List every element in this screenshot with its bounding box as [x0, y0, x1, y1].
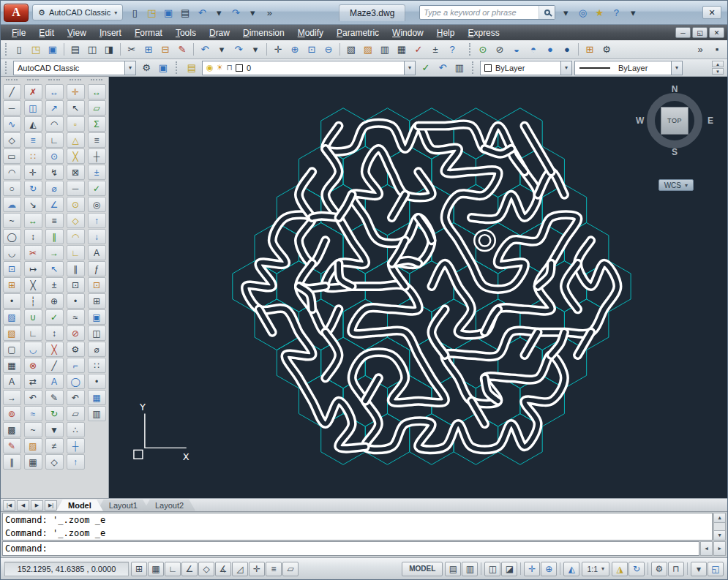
layout-tab[interactable]: Layout2 — [143, 500, 195, 511]
menu-item[interactable]: View — [61, 26, 93, 39]
make-block-icon[interactable]: ⊞ — [3, 277, 21, 293]
snap-tangent-icon[interactable]: ◠ — [67, 229, 85, 244]
mirror-icon[interactable]: ◭ — [24, 116, 42, 132]
distance-icon[interactable]: ↔ — [88, 84, 106, 99]
plot-icon[interactable]: ▤ — [67, 42, 83, 57]
toolbar-grip[interactable] — [472, 61, 476, 74]
toolbar-grip[interactable] — [70, 79, 81, 83]
dyn-toggle[interactable]: ✛ — [249, 562, 265, 576]
edit-polyline-icon[interactable]: ≈ — [24, 406, 42, 421]
trim-icon[interactable]: ✂ — [24, 245, 42, 260]
insert-block-icon[interactable]: ⊡ — [3, 261, 21, 276]
menu-item[interactable]: Insert — [93, 26, 128, 39]
list-icon[interactable]: ≡ — [88, 132, 106, 148]
ucs-face-icon[interactable]: ▱ — [67, 406, 85, 421]
scrollbar-track[interactable] — [714, 523, 725, 530]
construction-line-icon[interactable]: ─ — [3, 100, 21, 116]
viewcube-west-label[interactable]: W — [636, 116, 644, 126]
ducs-toggle[interactable]: ◿ — [232, 562, 248, 576]
layer-properties-manager-icon[interactable]: ▤ — [184, 60, 200, 75]
viewcube[interactable]: TOP N S W E — [641, 87, 708, 154]
edit-hatch-icon[interactable]: ▨ — [24, 438, 42, 453]
ellipse-icon[interactable]: ◯ — [3, 229, 21, 244]
dim-jogged-icon[interactable]: ↯ — [45, 165, 64, 180]
undo-caret-icon[interactable]: ▾ — [211, 4, 227, 20]
dwf-attach-icon[interactable]: ◫ — [88, 325, 106, 341]
layout-tab[interactable]: Layout1 — [97, 500, 149, 511]
model-space-icon[interactable]: ▤ — [445, 562, 461, 576]
menu-item[interactable]: Edit — [32, 26, 61, 39]
stretch-icon[interactable]: ↔ — [24, 213, 42, 228]
edit-spline-icon[interactable]: ~ — [24, 422, 42, 437]
model-space-canvas[interactable]: YX TOP N S W E WCS ▾ — [109, 77, 727, 498]
qp-toggle[interactable]: ▱ — [282, 562, 299, 576]
shade-2d-icon[interactable]: ◒ — [509, 42, 525, 57]
zoom-window-icon[interactable]: ⊡ — [304, 42, 320, 57]
undo-caret-icon[interactable]: ▾ — [214, 42, 230, 57]
chevron-down-icon[interactable]: ▾ — [560, 61, 571, 75]
layout-nav-button[interactable]: ▶| — [45, 500, 57, 511]
plot-icon[interactable]: ▤ — [177, 4, 193, 20]
menu-item[interactable]: Tools — [169, 26, 203, 39]
quickcalc-icon[interactable]: ± — [427, 42, 443, 57]
quickcalc-icon[interactable]: ± — [88, 165, 106, 180]
fillet-icon[interactable]: ◡ — [24, 342, 42, 357]
gradient-icon[interactable]: ▧ — [3, 325, 21, 341]
quick-dimension-icon[interactable]: ≡ — [45, 213, 64, 228]
donut-icon[interactable]: ⊚ — [3, 406, 21, 421]
viewcube-south-label[interactable]: S — [672, 147, 678, 157]
save-icon[interactable]: ▣ — [45, 42, 61, 57]
orbit-icon[interactable]: ⊙ — [475, 42, 491, 57]
hatch-icon[interactable]: ▨ — [3, 309, 21, 325]
publish-icon[interactable]: ◨ — [101, 42, 117, 57]
status-zoom-icon[interactable]: ⊕ — [541, 562, 557, 576]
qnew-icon[interactable]: ▯ — [11, 42, 27, 57]
help-icon[interactable]: ? — [444, 42, 460, 57]
snap-endpoint-icon[interactable]: ▫ — [67, 116, 85, 132]
communication-center-icon[interactable]: ◎ — [574, 4, 590, 20]
explode-icon[interactable]: ⊗ — [24, 358, 42, 373]
command-history[interactable]: Command: '_.zoom _eCommand: '_.zoom _e — [2, 513, 713, 541]
properties-icon[interactable]: ▧ — [343, 42, 359, 57]
coordinates-readout[interactable]: 152.1295, 41.6385 , 0.0000 — [4, 562, 129, 576]
revcloud-icon[interactable]: ☁ — [3, 197, 21, 212]
snap-center-icon[interactable]: ⊙ — [67, 197, 85, 212]
id-point-icon[interactable]: ┼ — [88, 148, 106, 164]
layout-nav-button[interactable]: |◀ — [3, 500, 15, 511]
spell-check-icon[interactable]: ✓ — [88, 181, 106, 196]
lwt-toggle[interactable]: ≡ — [266, 562, 282, 576]
copy-clip-icon[interactable]: ⊞ — [140, 42, 157, 57]
multiline-icon[interactable]: ∥ — [3, 454, 21, 470]
scroll-up-icon[interactable]: ▲ — [714, 513, 725, 523]
free-orbit-icon[interactable]: ⊘ — [492, 42, 508, 57]
draw-order-back-icon[interactable]: ↓ — [88, 229, 106, 244]
maze-drawing[interactable]: YX — [109, 77, 727, 498]
menu-item[interactable]: Modify — [291, 26, 330, 39]
snap-parallel-icon[interactable]: ∥ — [67, 261, 85, 276]
plot-preview-icon[interactable]: ◫ — [84, 42, 100, 57]
layer-color-swatch[interactable] — [236, 64, 243, 72]
annotation-visibility-icon[interactable]: ◮ — [612, 562, 628, 576]
dim-style-icon[interactable]: ▼ — [45, 422, 64, 437]
tool-palettes-icon[interactable]: ▥ — [377, 42, 393, 57]
snap-apparent-icon[interactable]: ⊠ — [67, 165, 85, 180]
toolbar-grip[interactable] — [6, 79, 18, 83]
status-lock-icon[interactable]: ⊓ — [668, 562, 684, 576]
toolbar-grip[interactable] — [5, 43, 9, 56]
wcs-dropdown[interactable]: WCS ▾ — [658, 179, 694, 191]
dim-arc-length-icon[interactable]: ◠ — [45, 116, 64, 132]
draw-order-front-icon[interactable]: ↑ — [88, 213, 106, 228]
ucs-world-icon[interactable]: ◯ — [67, 374, 85, 389]
toolbar-overflow-icon[interactable]: » — [692, 42, 708, 57]
bulb-icon[interactable]: ◉ — [206, 63, 214, 72]
lock-icon[interactable]: ⊓ — [226, 63, 233, 72]
ortho-toggle[interactable]: ∟ — [165, 562, 181, 576]
help-caret-icon[interactable]: ▾ — [625, 4, 641, 20]
ucs-previous-icon[interactable]: ↶ — [67, 390, 85, 405]
wipeout-icon[interactable]: ▩ — [3, 422, 21, 437]
chevron-down-icon[interactable]: ▾ — [671, 61, 682, 75]
polygon-icon[interactable]: ◇ — [3, 132, 21, 148]
quick-view-drawings-icon[interactable]: ◪ — [501, 562, 517, 576]
menu-item[interactable]: File — [5, 26, 32, 39]
sheet-set-manager-icon[interactable]: ▦ — [394, 42, 410, 57]
